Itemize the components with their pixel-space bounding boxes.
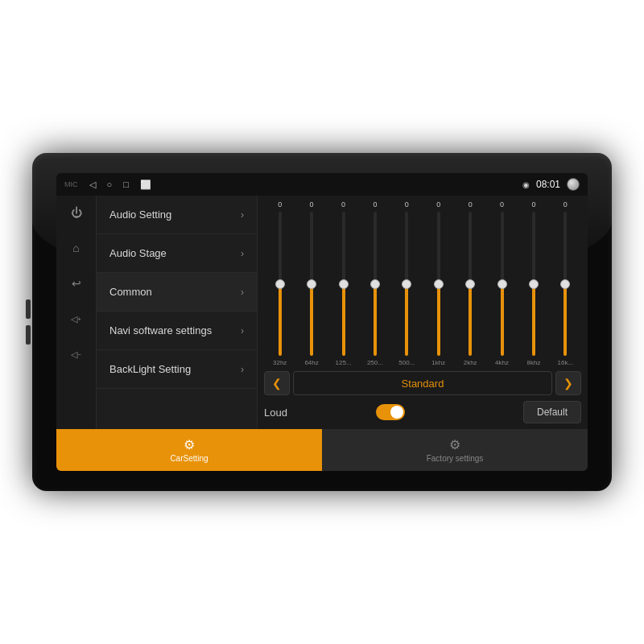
- eq-fill-9: [564, 284, 567, 357]
- eq-bar-32hz[interactable]: 032hz: [264, 200, 295, 366]
- eq-preset-label: Standard: [293, 371, 552, 395]
- car-head-unit: MIC ◁ ○ □ ⬜ ◉ 08:01 ⏻ ⌂ ↩ ◁+ ◁−: [32, 153, 612, 491]
- chevron-backlight: ›: [241, 364, 244, 375]
- eq-loud-toggle[interactable]: [376, 404, 405, 420]
- eq-track-5: [437, 212, 440, 356]
- eq-loud-label: Loud: [264, 407, 369, 419]
- eq-bar-2khz[interactable]: 02khz: [454, 200, 485, 366]
- eq-fill-7: [501, 284, 504, 357]
- menu-item-audio-stage[interactable]: Audio Stage ›: [97, 234, 257, 273]
- eq-value-3: 0: [373, 200, 377, 208]
- eq-track-9: [564, 212, 567, 356]
- eq-bar-1khz[interactable]: 01khz: [423, 200, 454, 366]
- eq-value-9: 0: [564, 200, 568, 208]
- eq-label-1: 64hz: [304, 359, 318, 366]
- eq-bar-4khz[interactable]: 04khz: [486, 200, 518, 366]
- chevron-audio-setting: ›: [241, 209, 244, 221]
- eq-bars: 032hz064hz0125...0250...0500...01khz02kh…: [264, 200, 581, 369]
- factory-settings-icon: ⚙: [449, 437, 460, 452]
- tab-carsetting[interactable]: ⚙ CarSetting: [56, 429, 322, 471]
- eq-knob-1[interactable]: [307, 279, 316, 289]
- nav-back-icon[interactable]: ◁: [89, 180, 96, 190]
- eq-fill-3: [374, 284, 377, 357]
- eq-track-1: [310, 212, 313, 356]
- status-bar-left: MIC ◁ ○ □ ⬜: [64, 180, 151, 190]
- eq-bar-64hz[interactable]: 064hz: [295, 200, 327, 366]
- eq-label-4: 500...: [398, 359, 415, 366]
- eq-knob-9[interactable]: [560, 279, 570, 289]
- nav-extra-icon[interactable]: ⬜: [140, 180, 151, 190]
- eq-value-6: 0: [469, 200, 473, 208]
- eq-prev-button[interactable]: ❮: [264, 371, 290, 395]
- main-content: ⏻ ⌂ ↩ ◁+ ◁− Audio Setting › Audio Stage …: [56, 196, 588, 429]
- eq-value-4: 0: [405, 200, 409, 208]
- screen: MIC ◁ ○ □ ⬜ ◉ 08:01 ⏻ ⌂ ↩ ◁+ ◁−: [56, 173, 588, 471]
- menu-item-audio-setting[interactable]: Audio Setting ›: [97, 196, 257, 234]
- eq-track-4: [405, 212, 408, 356]
- eq-knob-6[interactable]: [465, 279, 475, 289]
- eq-knob-8[interactable]: [529, 279, 539, 289]
- back-icon[interactable]: ↩: [64, 271, 89, 295]
- menu-item-backlight[interactable]: BackLight Setting ›: [97, 350, 257, 389]
- eq-value-7: 0: [500, 200, 504, 208]
- eq-track-8: [532, 212, 535, 356]
- eq-value-0: 0: [278, 200, 282, 208]
- nav-home-icon[interactable]: ○: [107, 180, 113, 189]
- menu-item-common[interactable]: Common ›: [97, 273, 257, 312]
- eq-label-2: 125...: [336, 359, 352, 366]
- menu-item-navi[interactable]: Navi software settings ›: [97, 312, 257, 350]
- eq-bar-16k...[interactable]: 016k...: [550, 200, 581, 366]
- side-buttons: [26, 299, 31, 345]
- eq-value-5: 0: [436, 200, 440, 208]
- menu-label-common: Common: [109, 286, 152, 298]
- eq-default-button[interactable]: Default: [523, 401, 581, 423]
- eq-bar-125...[interactable]: 0125...: [328, 200, 359, 366]
- location-icon: ◉: [522, 180, 530, 189]
- eq-label-7: 4khz: [495, 359, 509, 366]
- eq-track-3: [374, 212, 377, 356]
- eq-label-0: 32hz: [273, 359, 287, 366]
- carsetting-icon: ⚙: [184, 437, 195, 452]
- eq-bar-500...[interactable]: 0500...: [391, 200, 423, 366]
- eq-loud-row: Loud Default: [264, 398, 581, 426]
- eq-fill-0: [279, 284, 282, 357]
- eq-track-2: [342, 212, 345, 356]
- factory-settings-label: Factory settings: [427, 454, 484, 463]
- eq-knob-2[interactable]: [339, 279, 349, 289]
- side-button-1[interactable]: [26, 299, 31, 319]
- nav-recent-icon[interactable]: □: [123, 180, 129, 189]
- toggle-knob: [390, 406, 403, 419]
- clock: 08:01: [536, 179, 560, 190]
- power-icon[interactable]: ⏻: [64, 200, 89, 225]
- status-indicator: [567, 178, 580, 191]
- eq-fill-4: [405, 284, 408, 357]
- menu-label-audio-stage: Audio Stage: [109, 247, 167, 259]
- eq-value-1: 0: [310, 200, 314, 208]
- eq-panel: 032hz064hz0125...0250...0500...01khz02kh…: [258, 196, 588, 429]
- eq-knob-0[interactable]: [275, 279, 285, 289]
- status-bar: MIC ◁ ○ □ ⬜ ◉ 08:01: [56, 173, 588, 196]
- eq-value-8: 0: [531, 200, 535, 208]
- tab-factory-settings[interactable]: ⚙ Factory settings: [322, 429, 588, 471]
- chevron-audio-stage: ›: [241, 248, 244, 259]
- carsetting-label: CarSetting: [170, 454, 208, 463]
- menu-label-backlight: BackLight Setting: [109, 363, 191, 375]
- eq-label-9: 16k...: [558, 359, 574, 366]
- side-button-2[interactable]: [26, 325, 31, 345]
- eq-bar-8khz[interactable]: 08khz: [518, 200, 549, 366]
- eq-knob-5[interactable]: [434, 279, 444, 289]
- chevron-common: ›: [241, 287, 244, 298]
- eq-label-6: 2khz: [464, 359, 477, 366]
- vol-down-icon[interactable]: ◁−: [64, 342, 89, 366]
- eq-knob-7[interactable]: [497, 279, 507, 289]
- vol-up-icon[interactable]: ◁+: [64, 307, 89, 331]
- eq-value-2: 0: [341, 200, 345, 208]
- eq-track-7: [501, 212, 504, 356]
- home-icon[interactable]: ⌂: [64, 236, 89, 260]
- menu-label-audio-setting: Audio Setting: [109, 208, 171, 221]
- eq-knob-3[interactable]: [370, 279, 380, 289]
- eq-knob-4[interactable]: [402, 279, 411, 289]
- eq-next-button[interactable]: ❯: [555, 371, 581, 395]
- eq-controls-row: ❮ Standard ❯: [264, 369, 581, 397]
- eq-bar-250...[interactable]: 0250...: [359, 200, 390, 366]
